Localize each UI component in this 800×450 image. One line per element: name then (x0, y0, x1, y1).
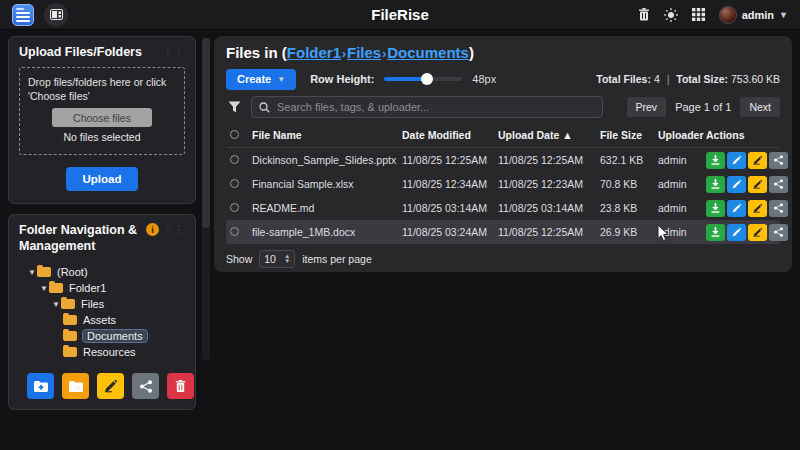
upload-date: 11/08/25 12:23AM (498, 178, 600, 190)
tag-button[interactable] (748, 176, 767, 193)
select-all-checkbox[interactable] (230, 130, 239, 139)
theme-toggle-sun-icon[interactable] (664, 8, 678, 22)
share-button[interactable] (769, 176, 788, 193)
edit-button[interactable] (727, 200, 746, 217)
delete-folder-button[interactable] (167, 373, 194, 399)
edit-button[interactable] (727, 224, 746, 241)
tree-item-resources[interactable]: Resources (19, 344, 185, 360)
row-checkbox[interactable] (230, 179, 239, 188)
select-arrows-icon: ▲▼ (284, 254, 290, 264)
drag-handle-icon[interactable]: ⋮⋮ (163, 224, 185, 235)
move-folder-button[interactable] (62, 373, 89, 399)
items-per-page-select[interactable]: 10 ▲▼ (259, 250, 295, 268)
file-size: 632.1 KB (600, 154, 658, 166)
file-name[interactable]: Financial Sample.xlsx (252, 178, 402, 190)
search-input[interactable] (277, 101, 595, 113)
info-icon[interactable]: i (146, 223, 159, 236)
download-button[interactable] (706, 224, 725, 241)
date-modified: 11/08/25 12:34AM (402, 178, 498, 190)
tag-button[interactable] (748, 224, 767, 241)
breadcrumb-folder1[interactable]: Folder1 (287, 44, 341, 61)
folder-icon (63, 347, 77, 357)
table-row[interactable]: Financial Sample.xlsx 11/08/25 12:34AM 1… (226, 172, 780, 196)
pencil-icon (732, 156, 741, 165)
file-name[interactable]: README.md (252, 202, 402, 214)
share-button[interactable] (769, 224, 788, 241)
table-row[interactable]: Dickinson_Sample_Slides.pptx 11/08/25 12… (226, 148, 780, 172)
tree-item-folder1[interactable]: ▼ Folder1 (19, 280, 185, 296)
chevron-down-icon: ▼ (277, 75, 285, 84)
pencil-sign-icon (753, 180, 762, 189)
col-date-modified[interactable]: Date Modified (402, 129, 498, 141)
prev-page-button[interactable]: Prev (627, 97, 667, 117)
expander-icon[interactable]: ▼ (27, 268, 37, 277)
file-name[interactable]: Dickinson_Sample_Slides.pptx (252, 154, 402, 166)
create-button[interactable]: Create ▼ (226, 69, 296, 90)
folder-icon (63, 331, 77, 341)
expander-icon[interactable]: ▼ (39, 284, 49, 293)
tree-item-documents[interactable]: Documents (19, 328, 185, 344)
tag-button[interactable] (748, 152, 767, 169)
upload-date: 11/08/25 12:25AM (498, 154, 600, 166)
share-icon (774, 227, 783, 237)
edit-button[interactable] (727, 176, 746, 193)
folder-icon (63, 315, 77, 325)
download-icon (711, 203, 720, 213)
download-icon (711, 179, 720, 189)
row-checkbox[interactable] (230, 203, 239, 212)
per-page-suffix: items per page (302, 253, 371, 265)
tree-item-root[interactable]: ▼ (Root) (19, 264, 185, 280)
header-trash-icon[interactable] (638, 8, 650, 21)
share-icon (774, 155, 783, 165)
row-height-slider[interactable] (384, 77, 462, 81)
col-upload-date[interactable]: Upload Date ▲ (498, 129, 600, 141)
row-height-label: Row Height: (310, 73, 374, 85)
next-page-button[interactable]: Next (740, 97, 780, 117)
upload-button[interactable]: Upload (66, 167, 138, 191)
drag-handle-icon[interactable]: ⋮⋮ (163, 47, 185, 58)
row-checkbox[interactable] (230, 227, 239, 236)
slider-thumb[interactable] (421, 73, 433, 85)
file-dropzone[interactable]: Drop files/folders here or click 'Choose… (19, 67, 185, 155)
edit-button[interactable] (727, 152, 746, 169)
row-checkbox[interactable] (230, 155, 239, 164)
totals-summary: Total Files: 4 | Total Size: 753.60 KB (596, 73, 780, 85)
panel-toggle-button[interactable] (44, 3, 68, 27)
date-modified: 11/08/25 12:25AM (402, 154, 498, 166)
share-icon (140, 380, 152, 393)
upload-panel: Upload Files/Folders ⋮⋮ Drop files/folde… (8, 36, 196, 204)
file-table: File Name Date Modified Upload Date ▲ Fi… (226, 122, 780, 244)
share-button[interactable] (769, 200, 788, 217)
breadcrumb-files[interactable]: Files (347, 44, 381, 61)
uploader: admin (658, 178, 706, 190)
search-row: Prev Page 1 of 1 Next (226, 96, 780, 118)
create-folder-button[interactable] (27, 373, 54, 399)
share-folder-button[interactable] (132, 373, 159, 399)
tag-button[interactable] (748, 200, 767, 217)
table-row-hovered[interactable]: file-sample_1MB.docx 11/08/25 03:24AM 11… (226, 220, 780, 244)
vertical-scrollbar[interactable] (202, 38, 210, 360)
scrollbar-thumb[interactable] (202, 38, 210, 228)
download-button[interactable] (706, 200, 725, 217)
apps-grid-icon[interactable] (692, 8, 705, 21)
share-button[interactable] (769, 152, 788, 169)
filter-button[interactable] (226, 101, 243, 113)
tree-item-assets[interactable]: Assets (19, 312, 185, 328)
uploader: admin (658, 202, 706, 214)
col-uploader[interactable]: Uploader (658, 129, 706, 141)
table-row[interactable]: README.md 11/08/25 03:14AM 11/08/25 03:1… (226, 196, 780, 220)
tree-item-files[interactable]: ▼ Files (19, 296, 185, 312)
col-file-name[interactable]: File Name (252, 129, 402, 141)
file-name[interactable]: file-sample_1MB.docx (252, 226, 402, 238)
breadcrumb-documents[interactable]: Documents (387, 44, 469, 61)
download-button[interactable] (706, 176, 725, 193)
choose-files-button[interactable]: Choose files (52, 108, 152, 127)
col-file-size[interactable]: File Size (600, 129, 658, 141)
pencil-icon (732, 228, 741, 237)
file-size: 23.8 KB (600, 202, 658, 214)
rename-folder-button[interactable] (97, 373, 124, 399)
user-avatar (719, 6, 737, 24)
expander-icon[interactable]: ▼ (51, 300, 61, 309)
user-menu[interactable]: admin ▼ (719, 6, 788, 24)
download-button[interactable] (706, 152, 725, 169)
